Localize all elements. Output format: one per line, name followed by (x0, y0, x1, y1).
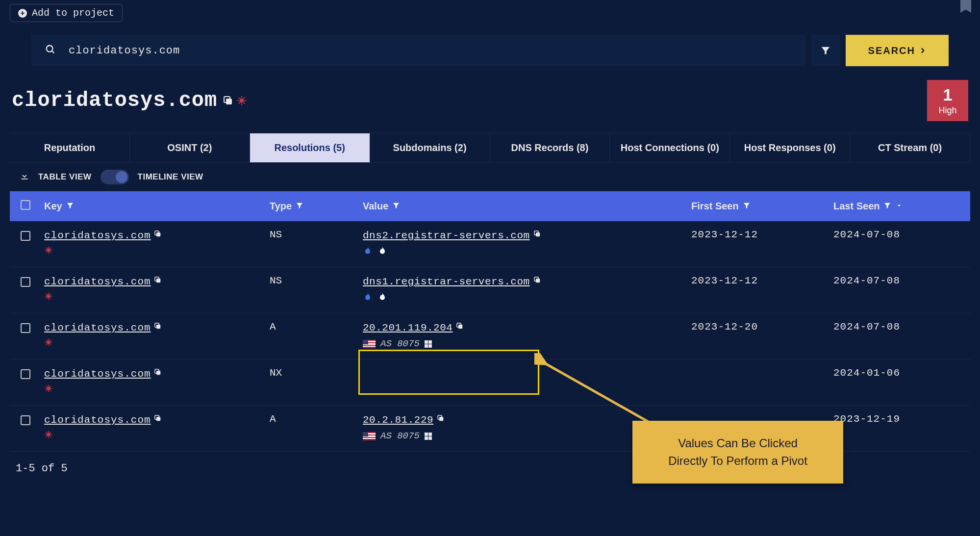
tab-host-connections-0-[interactable]: Host Connections (0) (610, 133, 730, 162)
type-cell: NX (270, 367, 363, 379)
svg-point-66 (47, 433, 50, 436)
row-checkbox[interactable] (21, 369, 30, 379)
svg-rect-25 (536, 232, 540, 236)
tab-osint-2-[interactable]: OSINT (2) (130, 133, 250, 162)
windows-icon (425, 433, 432, 440)
svg-line-34 (46, 294, 47, 295)
first-seen-cell: 2023-12-12 (691, 275, 833, 286)
last-seen-cell: 2023-12-19 (833, 413, 971, 425)
svg-line-9 (239, 98, 240, 99)
svg-line-48 (50, 344, 51, 345)
filter-button[interactable] (811, 35, 840, 66)
windows-icon (425, 340, 432, 348)
svg-line-61 (50, 390, 51, 391)
row-checkbox[interactable] (21, 231, 30, 241)
svg-point-55 (47, 386, 50, 390)
svg-line-11 (239, 102, 240, 104)
copy-icon[interactable] (533, 230, 542, 238)
svg-rect-27 (156, 279, 160, 282)
svg-rect-64 (156, 417, 160, 421)
value-link[interactable]: 20.201.119.204 (363, 322, 452, 333)
svg-line-50 (50, 340, 51, 341)
copy-icon[interactable] (222, 95, 234, 106)
key-link[interactable]: cloridatosys.com (44, 368, 151, 380)
search-button-label: SEARCH (868, 45, 915, 56)
svg-line-73 (46, 436, 47, 437)
table-row: cloridatosys.com NSdns2.registrar-server… (10, 221, 970, 267)
flame-white-icon (377, 246, 387, 256)
key-link[interactable]: cloridatosys.com (44, 414, 151, 426)
svg-point-0 (47, 45, 53, 51)
key-link[interactable]: cloridatosys.com (44, 230, 151, 241)
tab-reputation[interactable]: Reputation (10, 133, 130, 162)
threat-icon (44, 430, 53, 441)
us-flag-icon (363, 432, 376, 440)
add-to-project-button[interactable]: + Add to project (10, 4, 123, 22)
value-link[interactable]: 20.2.81.229 (363, 414, 433, 426)
col-type[interactable]: Type (270, 201, 363, 212)
svg-rect-2 (226, 99, 232, 104)
svg-rect-14 (156, 232, 160, 236)
timeline-view-label: TIMELINE VIEW (138, 172, 203, 182)
copy-icon[interactable] (153, 414, 162, 423)
copy-icon[interactable] (436, 414, 445, 423)
value-link[interactable]: dns2.registrar-servers.com (363, 230, 530, 241)
tab-host-responses-0-[interactable]: Host Responses (0) (730, 133, 850, 162)
search-icon (45, 44, 56, 57)
copy-icon[interactable] (153, 276, 162, 284)
svg-line-24 (50, 248, 51, 249)
svg-line-37 (50, 294, 51, 295)
svg-line-1 (52, 51, 54, 53)
risk-score: 1 (943, 85, 953, 104)
svg-line-63 (50, 386, 51, 387)
svg-line-71 (46, 432, 47, 433)
plus-icon: + (18, 9, 27, 18)
col-key[interactable]: Key (44, 201, 270, 212)
flame-white-icon (377, 292, 387, 302)
annotation-callout: Values Can Be Clicked Directly To Perfor… (632, 421, 843, 484)
search-input[interactable] (69, 45, 792, 57)
us-flag-icon (363, 340, 376, 348)
threat-icon (236, 95, 247, 108)
sort-desc-icon (895, 201, 903, 212)
svg-rect-51 (458, 325, 462, 329)
svg-line-21 (46, 248, 47, 249)
search-box[interactable] (31, 35, 805, 66)
col-first-seen[interactable]: First Seen (691, 201, 833, 212)
download-icon[interactable] (20, 171, 29, 183)
key-link[interactable]: cloridatosys.com (44, 276, 151, 287)
search-button[interactable]: SEARCH (846, 35, 949, 66)
col-value[interactable]: Value (363, 201, 691, 212)
tab-ct-stream-0-[interactable]: CT Stream (0) (850, 133, 970, 162)
svg-line-22 (50, 252, 51, 253)
threat-icon (44, 383, 53, 395)
last-seen-cell: 2024-07-08 (833, 321, 971, 332)
copy-icon[interactable] (153, 322, 162, 331)
svg-rect-38 (536, 279, 540, 282)
risk-badge[interactable]: 1 High (927, 80, 968, 121)
tab-subdomains-2-[interactable]: Subdomains (2) (370, 133, 490, 162)
svg-rect-13 (21, 179, 27, 179)
row-checkbox[interactable] (21, 277, 30, 287)
view-toggle[interactable] (101, 170, 129, 184)
tab-resolutions-5-[interactable]: Resolutions (5) (250, 133, 370, 162)
row-checkbox[interactable] (21, 415, 30, 425)
row-checkbox[interactable] (21, 323, 30, 333)
svg-line-23 (46, 252, 47, 253)
risk-level: High (938, 105, 956, 116)
key-link[interactable]: cloridatosys.com (44, 322, 151, 333)
table-row: cloridatosys.com NX2024-01-06 (10, 359, 970, 406)
select-all-checkbox[interactable] (21, 200, 30, 210)
add-to-project-label: Add to project (32, 7, 114, 19)
last-seen-cell: 2024-07-08 (833, 229, 971, 240)
svg-line-49 (46, 344, 47, 345)
first-seen-cell: 2023-12-12 (691, 229, 833, 240)
copy-icon[interactable] (533, 276, 542, 284)
value-link[interactable]: dns1.registrar-servers.com (363, 276, 530, 287)
copy-icon[interactable] (455, 322, 464, 331)
col-last-seen[interactable]: Last Seen (833, 201, 971, 212)
threat-icon (44, 337, 53, 349)
copy-icon[interactable] (153, 230, 162, 238)
tab-dns-records-8-[interactable]: DNS Records (8) (490, 133, 610, 162)
copy-icon[interactable] (153, 368, 162, 377)
